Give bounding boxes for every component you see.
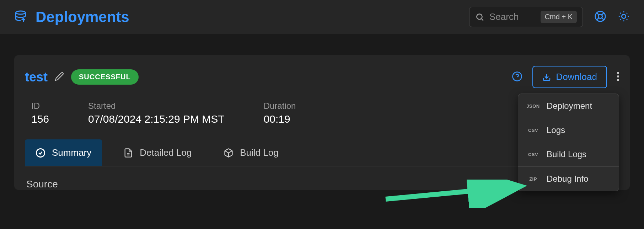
theme-sun-icon[interactable] xyxy=(618,10,630,24)
svg-line-8 xyxy=(597,18,599,20)
svg-line-2 xyxy=(482,18,483,20)
download-button-label: Download xyxy=(556,71,597,82)
svg-point-0 xyxy=(16,11,26,14)
svg-point-1 xyxy=(477,14,482,19)
search-kbd-hint: Cmd + K xyxy=(541,11,577,23)
meta-id-label: ID xyxy=(31,101,49,111)
search-icon xyxy=(475,12,484,22)
page-title: Deployments xyxy=(36,9,129,26)
dropdown-item-deployment[interactable]: JSON Deployment xyxy=(518,94,619,118)
tab-build-log-label: Build Log xyxy=(240,147,278,158)
header-left: Deployments xyxy=(14,9,129,26)
card-header: test SUCCESSFUL xyxy=(25,66,619,88)
svg-line-17 xyxy=(627,12,627,13)
deployment-name[interactable]: test xyxy=(25,70,48,85)
svg-line-12 xyxy=(620,12,621,13)
meta-id-value: 156 xyxy=(31,113,49,125)
edit-pencil-icon[interactable] xyxy=(55,72,64,82)
search-placeholder: Search xyxy=(489,11,536,22)
file-text-icon xyxy=(123,148,133,158)
app-header: Deployments Search Cmd + K xyxy=(0,0,644,34)
download-dropdown: JSON Deployment CSV Logs CSV Build Logs … xyxy=(518,94,619,191)
meta-duration-value: 00:19 xyxy=(264,113,296,125)
tab-summary[interactable]: Summary xyxy=(25,139,102,166)
content-wrapper: test SUCCESSFUL xyxy=(0,34,644,190)
tab-summary-label: Summary xyxy=(52,147,91,158)
header-right: Search Cmd + K xyxy=(469,7,630,27)
meta-started-value: 07/08/2024 2:15:29 PM MST xyxy=(88,113,225,125)
dropdown-item-label: Deployment xyxy=(547,101,592,111)
dropdown-item-logs[interactable]: CSV Logs xyxy=(518,118,619,142)
search-input[interactable]: Search Cmd + K xyxy=(469,7,583,27)
meta-duration-label: Duration xyxy=(264,101,296,111)
cube-icon xyxy=(224,148,234,158)
json-badge-icon: JSON xyxy=(526,103,540,109)
zip-badge-icon: ZIP xyxy=(526,176,540,182)
meta-id: ID 156 xyxy=(31,101,49,125)
csv-badge-icon: CSV xyxy=(526,152,540,157)
svg-line-6 xyxy=(602,18,604,20)
dropdown-item-label: Debug Info xyxy=(547,174,588,184)
meta-started: Started 07/08/2024 2:15:29 PM MST xyxy=(88,101,225,125)
svg-point-4 xyxy=(598,14,602,18)
svg-line-16 xyxy=(620,19,621,20)
card-header-actions: Download xyxy=(512,66,619,88)
svg-line-5 xyxy=(597,12,599,15)
dropdown-item-debug-info[interactable]: ZIP Debug Info xyxy=(518,167,619,191)
svg-point-21 xyxy=(617,72,619,74)
dropdown-item-label: Logs xyxy=(547,125,565,135)
meta-duration: Duration 00:19 xyxy=(264,101,296,125)
download-icon xyxy=(542,73,551,81)
tab-detailed-log-label: Detailed Log xyxy=(140,147,192,158)
help-circle-icon[interactable] xyxy=(512,71,522,83)
tab-build-log[interactable]: Build Log xyxy=(213,139,289,166)
meta-started-label: Started xyxy=(88,101,225,111)
more-vertical-icon[interactable] xyxy=(617,71,619,83)
status-badge: SUCCESSFUL xyxy=(71,69,139,85)
dropdown-item-label: Build Logs xyxy=(547,149,586,159)
svg-line-7 xyxy=(602,12,604,15)
dropdown-item-build-logs[interactable]: CSV Build Logs xyxy=(518,142,619,166)
download-button[interactable]: Download xyxy=(532,66,607,88)
svg-line-13 xyxy=(627,19,627,20)
tab-detailed-log[interactable]: Detailed Log xyxy=(113,139,202,166)
svg-point-22 xyxy=(617,75,619,78)
svg-point-9 xyxy=(622,14,626,18)
deployment-card: test SUCCESSFUL xyxy=(14,55,630,190)
deployments-logo-icon[interactable] xyxy=(14,10,27,24)
csv-badge-icon: CSV xyxy=(526,128,540,133)
svg-point-23 xyxy=(617,79,619,81)
help-lifebuoy-icon[interactable] xyxy=(594,10,606,24)
check-circle-icon xyxy=(36,148,45,158)
